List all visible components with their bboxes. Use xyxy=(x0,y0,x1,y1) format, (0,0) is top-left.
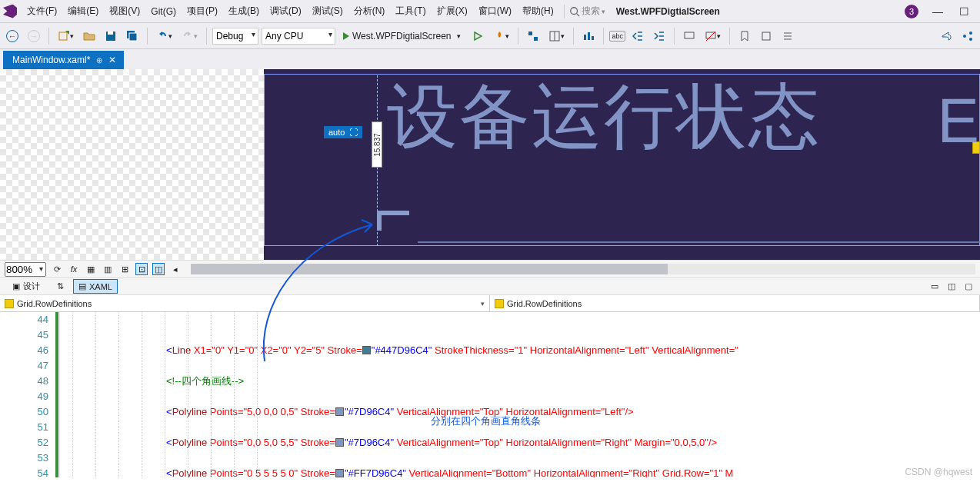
share-icon[interactable] xyxy=(937,28,955,45)
svg-point-22 xyxy=(969,32,972,35)
designer-pane: 15.837 auto⛶ 设备运行状态 Ec xyxy=(0,69,980,260)
search-icon xyxy=(569,6,580,17)
code-line: <Polyline Points="0,0 5,0 5,5" Stroke="#… xyxy=(66,435,980,450)
line-number: 44 xyxy=(0,312,48,327)
uncomment-icon[interactable]: ▾ xyxy=(702,28,724,45)
grid-icon[interactable]: ▦ xyxy=(85,263,97,275)
scroll-thumb[interactable] xyxy=(191,264,668,274)
split-h-icon[interactable]: ▭ xyxy=(931,281,938,291)
horizontal-scroll[interactable] xyxy=(191,264,975,274)
new-item-icon[interactable]: ▾ xyxy=(55,28,77,45)
tool-icon-2[interactable]: ▾ xyxy=(545,28,568,45)
fx-icon[interactable]: fx xyxy=(68,263,80,275)
svg-point-0 xyxy=(570,7,577,14)
tool-icon-1[interactable] xyxy=(524,28,542,45)
auto-size-badge[interactable]: auto⛶ xyxy=(324,126,362,138)
swap-icon[interactable]: ⇅ xyxy=(57,281,64,291)
element-icon xyxy=(5,299,14,308)
svg-rect-4 xyxy=(108,32,113,35)
svg-rect-14 xyxy=(685,32,694,38)
menu-project[interactable]: 项目(P) xyxy=(182,2,223,21)
menu-test[interactable]: 测试(S) xyxy=(307,2,348,21)
code-line: <Polyline Points="0 5 5 5 5 0" Stroke="#… xyxy=(66,466,980,477)
view-tabs: ▣设计 ⇅ ▤XAML ▭ ◫ ▢ xyxy=(0,278,980,295)
corner-decoration xyxy=(377,211,409,231)
open-icon[interactable] xyxy=(80,28,98,45)
menu-edit[interactable]: 编辑(E) xyxy=(62,2,104,21)
expand-pane-icon[interactable]: ▢ xyxy=(965,281,972,291)
search-box[interactable]: 搜索▾ xyxy=(569,5,605,18)
file-tab[interactable]: MainWindow.xaml* ⊕ ✕ xyxy=(3,51,124,69)
menu-build[interactable]: 生成(B) xyxy=(223,2,265,21)
tool-icon-10[interactable] xyxy=(778,28,797,45)
code-line: <Line X1="0" Y1="0" X2="0" Y2="5" Stroke… xyxy=(66,343,980,358)
menu-help[interactable]: 帮助(H) xyxy=(517,2,559,21)
pin-icon[interactable]: ⊕ xyxy=(96,56,102,65)
zoom-input[interactable] xyxy=(5,262,46,277)
snap-icon[interactable]: ▥ xyxy=(102,263,114,275)
menu-extensions[interactable]: 扩展(X) xyxy=(432,2,473,21)
menu-view[interactable]: 视图(V) xyxy=(104,2,145,21)
svg-rect-8 xyxy=(534,37,538,41)
breadcrumb-left[interactable]: Grid.RowDefinitions▾ xyxy=(0,295,490,311)
abc-icon[interactable]: abc xyxy=(609,31,625,42)
bookmark-icon[interactable] xyxy=(735,28,754,45)
nav-fwd[interactable]: → xyxy=(25,28,43,45)
xaml-tab[interactable]: ▤XAML xyxy=(73,279,118,294)
tool-icon-3[interactable] xyxy=(579,28,598,45)
xaml-icon: ▤ xyxy=(78,281,86,291)
window-minimize[interactable]: — xyxy=(925,5,951,18)
guides-icon[interactable]: ⊞ xyxy=(118,263,131,275)
start-no-debug-icon[interactable] xyxy=(468,28,487,45)
element-icon xyxy=(495,299,504,308)
run-button[interactable]: West.WPFDigtialScreen▾ xyxy=(338,31,465,42)
design-canvas[interactable]: 15.837 auto⛶ 设备运行状态 Ec xyxy=(264,69,980,260)
chevron-down-icon: ▾ xyxy=(481,300,485,307)
split-v-icon[interactable]: ◫ xyxy=(948,281,955,291)
code-line: <!--四个角画线--> xyxy=(66,374,980,389)
refresh-icon[interactable]: ⟳ xyxy=(51,263,63,275)
menu-window[interactable]: 窗口(W) xyxy=(473,2,517,21)
indent-right-icon[interactable] xyxy=(650,28,668,45)
breadcrumb-right[interactable]: Grid.RowDefinitions xyxy=(490,295,980,311)
save-all-icon[interactable] xyxy=(123,28,142,45)
undo-icon[interactable]: ▾ xyxy=(153,28,175,45)
live-share-icon[interactable] xyxy=(958,28,977,45)
menu-tools[interactable]: 工具(T) xyxy=(390,2,431,21)
menu-git[interactable]: Git(G) xyxy=(145,3,182,20)
redo-icon[interactable]: ▾ xyxy=(178,28,201,45)
config-select[interactable]: Debug xyxy=(212,28,258,45)
save-icon[interactable] xyxy=(102,28,120,45)
line-number: 52 xyxy=(0,435,48,450)
line-number: 53 xyxy=(0,450,48,466)
svg-rect-11 xyxy=(584,35,586,40)
nav-back[interactable]: ← xyxy=(3,28,22,45)
design-tab[interactable]: ▣设计 xyxy=(8,279,45,294)
preview-line xyxy=(418,241,980,243)
tool-icon-9[interactable] xyxy=(757,28,775,45)
preview-text: 设备运行状态 xyxy=(387,69,821,165)
svg-line-16 xyxy=(706,32,715,41)
indent-left-icon[interactable] xyxy=(628,28,647,45)
menu-debug[interactable]: 调试(D) xyxy=(265,2,307,21)
code-content[interactable]: <Line X1="0" Y1="0" X2="0" Y2="5" Stroke… xyxy=(60,312,980,477)
menu-file[interactable]: 文件(F) xyxy=(22,2,62,21)
design-icon: ▣ xyxy=(12,281,20,291)
dimension-label: 15.837 xyxy=(372,121,382,168)
zoom-bar: ⟳ fx ▦ ▥ ⊞ ⊡ ◫ ◂ xyxy=(0,260,980,278)
svg-point-21 xyxy=(963,35,966,38)
platform-select[interactable]: Any CPU xyxy=(262,28,335,45)
ruler-icon[interactable]: ◫ xyxy=(152,263,165,275)
window-maximize[interactable]: ☐ xyxy=(951,5,977,18)
svg-rect-17 xyxy=(762,32,770,40)
close-tab-icon[interactable]: ✕ xyxy=(108,55,116,65)
menu-analyze[interactable]: 分析(N) xyxy=(348,2,391,21)
snap-grid-icon[interactable]: ⊡ xyxy=(135,263,148,275)
run-target-label: West.WPFDigtialScreen xyxy=(352,31,451,42)
hot-reload-icon[interactable]: ▾ xyxy=(490,28,512,45)
notification-badge[interactable]: 3 xyxy=(905,5,918,18)
svg-rect-12 xyxy=(588,32,590,40)
scroll-left-icon[interactable]: ◂ xyxy=(169,263,182,275)
code-editor[interactable]: 44 45 46 47 48 49 50 51 52 53 54 55 <Lin… xyxy=(0,312,980,477)
comment-icon[interactable] xyxy=(680,28,698,45)
